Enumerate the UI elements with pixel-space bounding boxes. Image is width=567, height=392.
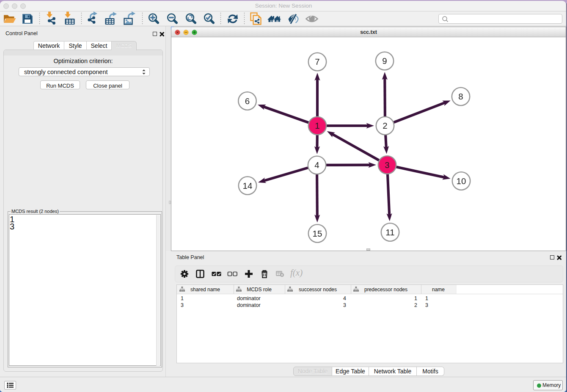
svg-text:11: 11	[385, 227, 394, 237]
svg-text:3: 3	[385, 160, 389, 170]
svg-text:2: 2	[383, 121, 387, 130]
svg-text:8: 8	[458, 91, 463, 101]
svg-text:10: 10	[457, 176, 466, 186]
svg-text:9: 9	[382, 56, 387, 66]
